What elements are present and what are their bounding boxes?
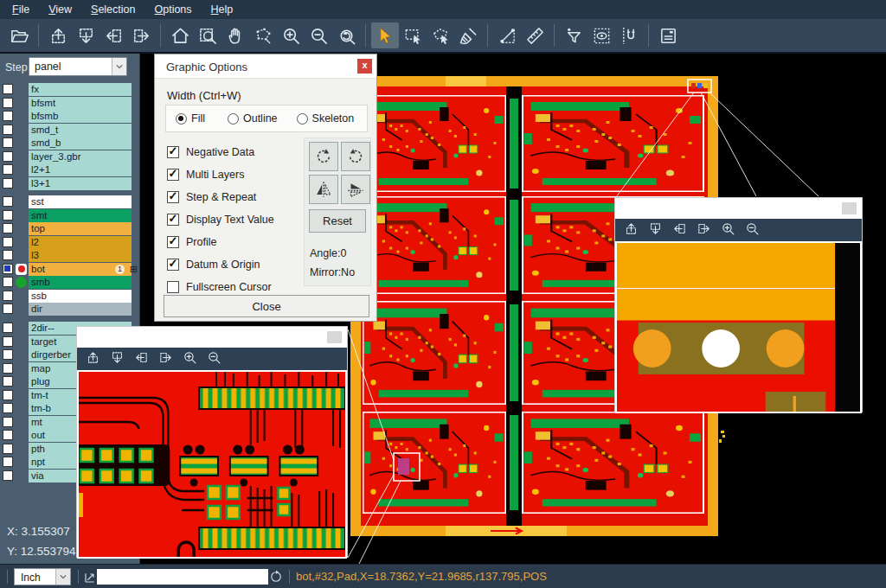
zoom-polygon-button[interactable] — [249, 22, 277, 48]
layer-visibility-checkbox[interactable] — [3, 125, 13, 135]
layer-name[interactable]: sst — [29, 195, 132, 208]
checkbox-multi-layers[interactable]: Multi Layers — [167, 169, 244, 181]
layer-visibility-checkbox[interactable] — [3, 457, 13, 467]
radio-skeleton[interactable]: Skeleton — [297, 112, 355, 125]
layer-visibility-checkbox[interactable] — [3, 277, 13, 287]
layer-list-panel-button[interactable] — [654, 22, 682, 48]
checkbox-profile[interactable]: Profile — [167, 236, 216, 248]
checkbox-step-repeat[interactable]: Step & Repeat — [167, 191, 256, 203]
select-polygon-button[interactable] — [427, 22, 454, 48]
measure-distance-button[interactable] — [493, 22, 521, 48]
measure-ruler-button[interactable] — [521, 22, 549, 48]
zoom-window-titlebar[interactable] — [615, 198, 862, 219]
menu-options[interactable]: Options — [145, 1, 200, 18]
import-left-button[interactable] — [672, 221, 687, 240]
import-right-button[interactable] — [127, 22, 155, 48]
layer-name[interactable]: bfsmb — [29, 110, 132, 123]
home-view-button[interactable] — [166, 22, 194, 48]
zoom-in-button[interactable] — [277, 22, 305, 48]
zoom-out-button[interactable] — [305, 22, 332, 48]
layer-name[interactable]: l3+1 — [29, 177, 132, 190]
sync-icon[interactable] — [268, 569, 284, 588]
import-left-button[interactable] — [100, 22, 127, 48]
layer-visibility-checkbox[interactable] — [3, 210, 13, 220]
snap-magnet-button[interactable] — [615, 22, 643, 48]
layer-visibility-checkbox[interactable] — [3, 111, 13, 121]
unit-dropdown[interactable]: Inch — [14, 568, 71, 585]
grid-icon[interactable]: ⊞ — [130, 263, 138, 276]
radio-outline[interactable]: Outline — [228, 112, 278, 125]
clean-brush-button[interactable] — [454, 22, 482, 48]
layer-name[interactable]: ssb — [29, 290, 132, 303]
menu-view[interactable]: View — [40, 1, 80, 18]
import-right-button[interactable] — [697, 221, 711, 240]
layer-visibility-checkbox[interactable] — [3, 363, 13, 374]
select-cursor-button[interactable] — [371, 22, 399, 48]
layer-name[interactable]: smd_b — [29, 137, 132, 150]
import-down-button[interactable] — [72, 22, 100, 48]
layer-visibility-checkbox[interactable] — [3, 250, 13, 260]
layer-visibility-checkbox[interactable] — [3, 178, 13, 189]
import-up-button[interactable] — [624, 221, 639, 240]
layer-name[interactable]: l2 — [29, 236, 132, 249]
window-menu-button[interactable] — [327, 331, 342, 343]
checkbox-datum-origin[interactable]: Datum & Origin — [167, 259, 260, 271]
close-button[interactable]: Close — [164, 295, 369, 317]
window-menu-button[interactable] — [842, 202, 857, 214]
layer-name[interactable]: smb — [29, 276, 132, 289]
layer-visibility-checkbox[interactable] — [3, 264, 13, 274]
layer-visibility-checkbox[interactable] — [3, 323, 13, 333]
dialog-close-icon[interactable]: x — [357, 59, 372, 74]
pan-hand-button[interactable] — [222, 22, 249, 48]
menu-selection[interactable]: Selection — [82, 1, 144, 18]
checkbox-negative-data[interactable]: Negative Data — [167, 146, 254, 158]
layer-visibility-checkbox[interactable] — [3, 336, 13, 347]
layer-name[interactable]: bfsmt — [29, 97, 132, 110]
import-down-button[interactable] — [110, 350, 125, 368]
layer-visibility-checkbox[interactable] — [3, 237, 13, 247]
filter-button[interactable] — [560, 22, 587, 48]
rotate-cw-button[interactable] — [309, 142, 338, 171]
flip-horizontal-button[interactable] — [309, 175, 338, 204]
menu-file[interactable]: File — [3, 1, 38, 18]
layer-name[interactable]: smd_t — [29, 124, 132, 137]
step-dropdown[interactable]: panel — [29, 57, 127, 76]
zoom-in-button[interactable] — [721, 221, 735, 240]
layer-name[interactable]: layer_3.gbr — [29, 150, 132, 163]
layer-name[interactable]: l2+1 — [29, 163, 132, 176]
zoom-out-button[interactable] — [745, 221, 760, 240]
layer-visibility-checkbox[interactable] — [3, 403, 13, 413]
dialog-titlebar[interactable]: Graphic Options x — [155, 54, 376, 79]
layer-visibility-checkbox[interactable] — [3, 444, 13, 454]
import-right-button[interactable] — [158, 350, 173, 368]
layer-name[interactable]: l3 — [29, 249, 132, 262]
zoom-previous-button[interactable] — [332, 22, 360, 48]
layer-visibility-checkbox[interactable] — [3, 390, 13, 400]
layer-visibility-checkbox[interactable] — [3, 137, 13, 148]
zoom-window-titlebar[interactable] — [77, 327, 347, 348]
layer-visibility-checkbox[interactable] — [3, 291, 13, 301]
layer-visibility-checkbox[interactable] — [3, 349, 13, 360]
import-left-button[interactable] — [134, 350, 149, 368]
layer-visibility-checkbox[interactable] — [3, 417, 13, 427]
layer-visibility-checkbox[interactable] — [3, 304, 13, 314]
view-options-button[interactable] — [587, 22, 615, 48]
select-rectangle-button[interactable] — [399, 22, 427, 48]
layer-visibility-checkbox[interactable] — [3, 430, 13, 440]
menu-help[interactable]: Help — [202, 1, 242, 18]
import-up-button[interactable] — [86, 350, 100, 368]
layer-visibility-checkbox[interactable] — [3, 196, 13, 207]
layer-visibility-checkbox[interactable] — [3, 376, 13, 387]
layer-name[interactable]: smt — [29, 209, 132, 222]
layer-name[interactable]: dir — [29, 303, 132, 316]
layer-visibility-checkbox[interactable] — [3, 164, 13, 175]
layer-visibility-checkbox[interactable] — [3, 223, 13, 233]
zoom-in-button[interactable] — [183, 350, 197, 368]
zoom-view-panel-corner[interactable] — [615, 241, 862, 413]
layer-visibility-checkbox[interactable] — [3, 98, 13, 108]
layer-visibility-checkbox[interactable] — [3, 470, 13, 481]
layer-visibility-checkbox[interactable] — [3, 84, 13, 94]
radio-fill[interactable]: Fill — [176, 112, 205, 125]
checkbox-display-text-value[interactable]: Display Text Value — [167, 214, 274, 226]
zoom-view-pads-detail[interactable] — [77, 370, 347, 559]
